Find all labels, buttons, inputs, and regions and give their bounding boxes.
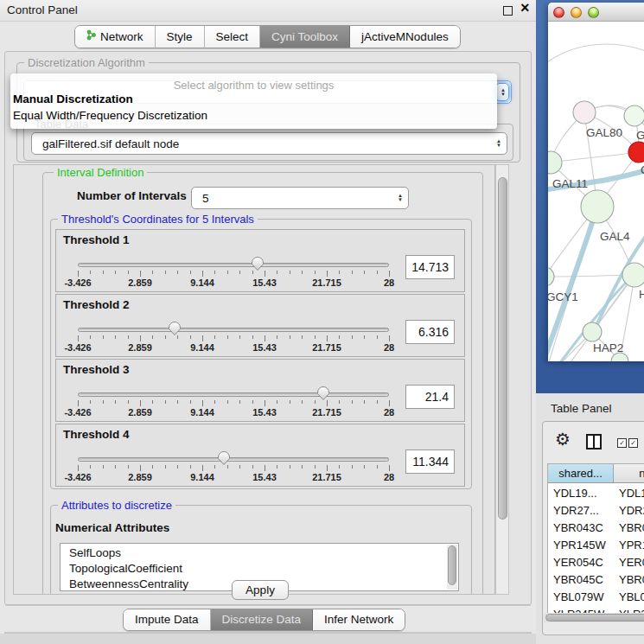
checkbox-icon[interactable]: ✓ xyxy=(617,438,627,448)
threshold-value-field[interactable]: 14.713 xyxy=(405,255,455,279)
network-node-hap2[interactable] xyxy=(583,322,602,341)
table-horizontal-scrollbar[interactable] xyxy=(544,613,644,622)
tick-mark xyxy=(90,465,91,469)
float-window-icon[interactable] xyxy=(503,6,513,16)
attribute-item[interactable]: TopologicalCoefficient xyxy=(69,562,182,575)
network-node-gal80[interactable] xyxy=(573,101,596,124)
slider-thumb[interactable] xyxy=(251,256,265,271)
tick-mark xyxy=(115,271,116,274)
scale-label: 9.144 xyxy=(190,277,214,288)
table-data-combobox[interactable]: galFiltered.sif default node ▲▼ xyxy=(31,132,507,155)
main-scrollbar[interactable] xyxy=(495,164,509,595)
combobox-focus-ring[interactable]: ▲▼ xyxy=(495,83,509,101)
tab-network[interactable]: Network xyxy=(75,26,156,48)
tick-mark xyxy=(302,400,303,404)
list-scrollbar-thumb[interactable] xyxy=(448,545,456,585)
close-icon[interactable]: × xyxy=(520,0,530,17)
popup-item-1[interactable]: Manual Discretization xyxy=(13,92,133,105)
network-node-gal11[interactable] xyxy=(548,151,562,174)
stepper-arrows-icon[interactable]: ▲▼ xyxy=(496,139,501,148)
scale-label: 2.859 xyxy=(128,277,152,288)
popup-item-2[interactable]: Equal Width/Frequency Discretization xyxy=(13,109,207,122)
network-node-h[interactable] xyxy=(622,263,644,287)
threshold-value-field[interactable]: 6.316 xyxy=(405,320,455,344)
tick-mark xyxy=(177,271,178,274)
network-node-ga[interactable] xyxy=(624,105,644,126)
cell-name: YBL0 xyxy=(619,589,644,606)
tick-mark xyxy=(239,400,240,404)
cell-name: YBR0 xyxy=(619,520,644,537)
attribute-item[interactable]: SelfLoops xyxy=(69,546,121,559)
node-attribute-table[interactable]: shared... na YDL19...YDL1YDR27...YDR2YBR… xyxy=(547,463,644,620)
table-row[interactable]: YER054CYER0 xyxy=(548,554,644,571)
table-row[interactable]: YDR27...YDR2 xyxy=(548,502,644,520)
control-panel-titlebar: Control Panel × xyxy=(0,0,536,22)
slider-thumb[interactable] xyxy=(217,450,231,466)
tab-label: jActiveMNodules xyxy=(361,30,449,43)
network-node-gcy1[interactable] xyxy=(548,267,554,286)
main-scrollbar-thumb[interactable] xyxy=(498,177,507,520)
slider-track[interactable] xyxy=(78,263,389,267)
network-node-c[interactable] xyxy=(628,142,644,163)
top-tab-bar: NetworkStyleSelectCyni ToolboxjActiveMNo… xyxy=(74,25,461,48)
zoom-light-icon[interactable] xyxy=(588,7,599,18)
threshold-value-field[interactable]: 21.4 xyxy=(405,385,455,409)
list-scrollbar[interactable] xyxy=(447,545,457,590)
scale-label: 15.43 xyxy=(252,342,277,353)
tick-mark xyxy=(327,271,328,277)
tab-jactivemnodules[interactable]: jActiveMNodules xyxy=(350,26,460,48)
attribute-item[interactable]: BetweennessCentrality xyxy=(69,577,188,590)
tick-mark xyxy=(252,400,253,404)
column-header-name[interactable]: na xyxy=(614,464,644,483)
tick-mark xyxy=(140,271,141,277)
table-hscrollbar-thumb[interactable] xyxy=(545,614,644,622)
stepper-arrows-icon[interactable]: ▲▼ xyxy=(501,88,506,97)
checkbox-icon[interactable]: ✓ xyxy=(628,438,638,448)
slider-track[interactable] xyxy=(78,328,389,332)
minimize-light-icon[interactable] xyxy=(571,7,582,18)
network-canvas[interactable]: GAL80GACGAL11GAL4GCY1HHAP2 xyxy=(548,22,644,361)
scale-label: -3.426 xyxy=(64,277,91,288)
network-node-gal4[interactable] xyxy=(581,190,614,223)
threshold-label: Threshold 3 xyxy=(63,363,130,376)
table-row[interactable]: YBR043CYBR0 xyxy=(548,520,644,537)
tab-style[interactable]: Style xyxy=(156,26,205,48)
tick-mark xyxy=(214,465,215,469)
scale-label: 2.859 xyxy=(128,342,152,353)
tick-mark xyxy=(128,271,129,274)
tick-mark xyxy=(140,400,141,406)
slider-track[interactable] xyxy=(78,392,389,397)
apply-button[interactable]: Apply xyxy=(232,580,289,600)
gear-icon[interactable]: ⚙ xyxy=(555,430,571,448)
bottom-tab-infer-network[interactable]: Infer Network xyxy=(313,609,405,630)
settings-scroll-viewport: Interval Definition Number of Intervals … xyxy=(13,164,495,595)
tab-label: Select xyxy=(216,30,249,43)
tick-mark xyxy=(302,271,303,274)
close-light-icon[interactable] xyxy=(553,7,564,18)
tick-mark xyxy=(290,400,290,404)
cell-name: YDR2 xyxy=(619,502,644,520)
number-of-intervals-combobox[interactable]: 5 ▲▼ xyxy=(191,187,409,209)
network-icon xyxy=(86,29,96,43)
network-window-titlebar[interactable] xyxy=(548,3,644,22)
table-row[interactable]: YDL19...YDL1 xyxy=(548,485,644,502)
table-row[interactable]: YBL079WYBL0 xyxy=(548,589,644,606)
tab-cyni-toolbox[interactable]: Cyni Toolbox xyxy=(260,26,350,48)
threshold-value-field[interactable]: 11.344 xyxy=(405,450,455,474)
slider-track[interactable] xyxy=(78,457,389,462)
tick-mark xyxy=(315,465,316,469)
table-data-group: Table Data galFiltered.sif default node … xyxy=(23,124,513,161)
cell-shared-name: YER054C xyxy=(553,554,614,571)
slider-thumb[interactable] xyxy=(316,386,330,401)
table-row[interactable]: YPR145WYPR1 xyxy=(548,537,644,554)
stepper-arrows-icon[interactable]: ▲▼ xyxy=(398,194,403,202)
table-panel-card: ⚙ ✓ ✓ shared... na YDL19...YDL1YDR27...Y… xyxy=(542,421,644,635)
split-column-icon[interactable] xyxy=(586,434,602,450)
tab-select[interactable]: Select xyxy=(205,26,261,48)
slider-thumb[interactable] xyxy=(168,321,182,336)
bottom-tab-impute-data[interactable]: Impute Data xyxy=(124,609,211,630)
bottom-tab-discretize-data[interactable]: Discretize Data xyxy=(211,609,314,630)
table-row[interactable]: YBR045CYBR0 xyxy=(548,571,644,589)
column-header-shared-name[interactable]: shared... xyxy=(548,464,614,483)
tick-mark xyxy=(377,400,378,404)
